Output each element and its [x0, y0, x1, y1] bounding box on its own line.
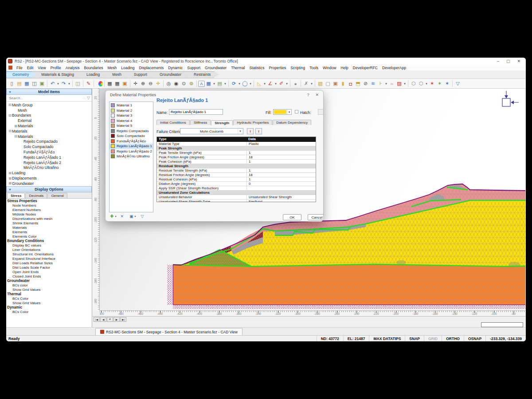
material-list-item[interactable]: MinÃƒÂ©rio Ultrafino: [110, 154, 153, 159]
display-tab[interactable]: General: [47, 193, 67, 198]
menu-item[interactable]: Boundaries: [82, 66, 105, 70]
toolbar-icon[interactable]: ∠: [266, 80, 274, 87]
table-row[interactable]: Dilation Angle (degrees) 0 ▼: [157, 182, 316, 186]
menu-item[interactable]: Statistics: [247, 66, 266, 70]
resize-grip[interactable]: [319, 217, 322, 220]
table-row[interactable]: Residual Tensile Strength (kPa) 1 ▼: [157, 168, 316, 173]
toolbar-icon[interactable]: ✛: [154, 80, 162, 87]
toolbar-icon[interactable]: ▾: [384, 80, 388, 87]
table-row[interactable]: Residual Friction Angle (degrees) 18 ▼: [157, 173, 316, 177]
toolbar-icon[interactable]: [407, 80, 410, 87]
material-list-item[interactable]: FundaÃƒÂ§ÃƒÂ£o: [110, 139, 153, 144]
display-option-row[interactable]: ⊟ Liner Orientations No: [6, 247, 92, 252]
toolbar-icon[interactable]: ◎: [165, 80, 172, 87]
toolbar-icon[interactable]: ◉: [172, 80, 180, 87]
display-option-row[interactable]: ⊟ Show Grid Values No: [6, 301, 92, 305]
toolbar-icon[interactable]: ▦: [113, 80, 121, 87]
toolbar-icon[interactable]: ⬡: [417, 80, 425, 87]
display-option-row[interactable]: ⊟ BCs color ...: [6, 283, 92, 287]
toolbar-icon[interactable]: ●: [95, 80, 103, 87]
menu-item[interactable]: Scripting: [288, 66, 307, 70]
toolbar-icon[interactable]: ▾: [238, 80, 241, 87]
workflow-step[interactable]: Groundwater: [150, 71, 189, 78]
material-list-item[interactable]: Material 4: [110, 118, 153, 124]
display-option-row[interactable]: ⊟ Stress Properties: [6, 199, 92, 203]
expander-icon[interactable]: ⊟: [8, 103, 12, 107]
display-tab[interactable]: Stress: [7, 193, 25, 198]
toolbar-icon[interactable]: ✛: [132, 80, 139, 87]
toolbar-icon[interactable]: ◫: [31, 80, 38, 87]
expander-icon[interactable]: ⊞: [8, 171, 12, 175]
toolbar-icon[interactable]: [195, 80, 198, 87]
model-items-header[interactable]: ▼ Model Items: [6, 89, 92, 95]
toolbar-icon[interactable]: ⊖: [147, 80, 154, 87]
display-option-row[interactable]: ⊟ Elements Yes: [6, 230, 92, 234]
copy-material-icon[interactable]: ▣: [129, 214, 133, 219]
dialog-tab[interactable]: Datum Dependency: [273, 120, 311, 125]
toolbar-icon[interactable]: ✗: [302, 80, 310, 87]
page-nav-button[interactable]: ◀: [100, 317, 106, 322]
copy-strength-icon[interactable]: I: [247, 128, 254, 134]
toolbar-icon[interactable]: ▤: [16, 80, 23, 87]
toolbar-icon[interactable]: [252, 80, 255, 87]
menu-item[interactable]: Properties: [266, 66, 288, 70]
toolbar-icon[interactable]: [162, 80, 165, 87]
toolbar-icon[interactable]: ⊜: [188, 80, 195, 87]
add-material-icon[interactable]: ✚: [110, 214, 113, 219]
display-option-row[interactable]: ⊟ BCs Color ...: [6, 296, 92, 301]
toolbar-icon[interactable]: [103, 80, 106, 87]
tree-item[interactable]: ▼ ◉ Rejeito LanÃƒÂ§ado 1: [6, 155, 92, 160]
page-nav-button[interactable]: #: [107, 317, 113, 322]
failure-criterion-dropdown[interactable]: Mohr-Coulomb ▼: [180, 128, 243, 134]
display-option-row[interactable]: ⊟ Midside Nodes No: [6, 212, 92, 216]
expander-icon[interactable]: ⊟: [8, 113, 12, 117]
add-material-dropdown-icon[interactable]: ▾: [115, 215, 116, 218]
toolbar-icon[interactable]: ▾: [403, 80, 407, 87]
menu-item[interactable]: DeveloperRFC: [351, 66, 380, 70]
expander-icon[interactable]: ⊟: [8, 129, 12, 133]
toolbar-icon[interactable]: [71, 80, 74, 87]
expander-icon[interactable]: ⊞: [8, 176, 12, 180]
display-option-row[interactable]: ⊟ Expand Structural Interface No: [6, 256, 92, 261]
display-tab[interactable]: Decimals: [25, 193, 47, 198]
display-option-row[interactable]: ⊟ Materials Yes: [6, 225, 92, 230]
workflow-step[interactable]: Materials & Staging: [31, 71, 82, 78]
display-option-row[interactable]: ⊟ Elements Color ...: [6, 234, 92, 239]
toolbar-icon[interactable]: ▮: [339, 80, 347, 87]
tree-item[interactable]: ▼ ◉ External: [6, 118, 92, 123]
menu-item[interactable]: Displacements: [137, 66, 166, 70]
menu-item[interactable]: View: [35, 66, 48, 70]
material-list-item[interactable]: Rejeito LanÃƒÂ§ado 2: [110, 149, 153, 154]
toolbar-icon[interactable]: ▾: [67, 80, 71, 87]
toolbar-icon[interactable]: ▦: [205, 80, 212, 87]
material-list-item[interactable]: Material 1: [110, 103, 153, 108]
table-row[interactable]: Unsaturated Behavior Unsaturated Shear S…: [157, 195, 316, 200]
toolbar-icon[interactable]: ▾: [249, 80, 252, 87]
toolbar-icon[interactable]: ✶: [443, 80, 451, 87]
page-nav-button[interactable]: ▶|: [120, 317, 126, 322]
menu-item[interactable]: Dynamic: [166, 66, 185, 70]
toolbar-icon[interactable]: ▦: [23, 80, 31, 87]
workflow-step[interactable]: Restraints: [184, 71, 219, 78]
tree-item[interactable]: ▼ ◉ Rejeito LanÃƒÂ§ado 2: [6, 160, 92, 165]
material-list-item[interactable]: Material 5: [110, 123, 153, 129]
toolbar-icon[interactable]: ▯: [8, 80, 16, 87]
dialog-tab[interactable]: Stiffness: [190, 120, 211, 125]
table-row[interactable]: Peak Tensile Strength (kPa) 1 ▼: [157, 151, 316, 155]
display-option-row[interactable]: ⊟ Boundary Conditions: [6, 239, 92, 243]
toolbar-icon[interactable]: ▣: [121, 80, 129, 87]
menu-item[interactable]: DeveloperApp: [380, 66, 408, 70]
coordinate-entry-box[interactable]: [481, 322, 523, 327]
table-row[interactable]: Residual Strength ▼: [157, 164, 316, 168]
tree-item[interactable]: ⊞ ▼ ◉ Groundwater: [6, 181, 92, 185]
menu-item[interactable]: Loading: [119, 66, 137, 70]
tree-item[interactable]: ⊟ ▼ ◉ Materials: [6, 129, 92, 134]
toolbar-icon[interactable]: ⊘: [362, 80, 369, 87]
menu-item[interactable]: Support: [185, 66, 203, 70]
display-option-row[interactable]: ⊟ Display BC values Yes: [6, 243, 92, 247]
toolbar-icon[interactable]: [129, 80, 132, 87]
toolbar-icon[interactable]: A: [198, 81, 205, 87]
toolbar-icon[interactable]: ⬡: [410, 80, 417, 87]
toolbar-icon[interactable]: [227, 80, 230, 87]
display-option-row[interactable]: ⊟ Node Numbers No: [6, 203, 92, 207]
